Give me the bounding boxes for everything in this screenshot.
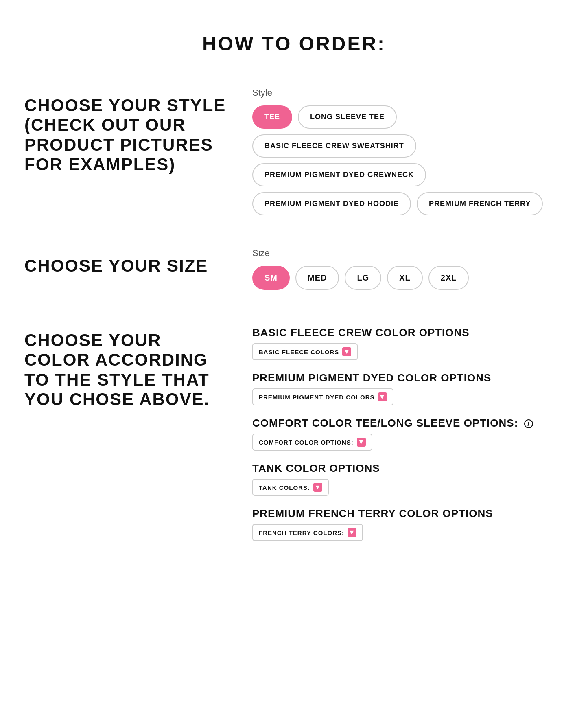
color-group-comfort-color: COMFORT COLOR TEE/LONG SLEEVE OPTIONS: i… [252, 417, 564, 451]
size-right-content: Size SM MED LG XL 2XL [252, 248, 564, 290]
size-options-group: SM MED LG XL 2XL [252, 266, 564, 290]
color-group-premium-pigment-dyed-title: PREMIUM PIGMENT DYED COLOR OPTIONS [252, 372, 564, 384]
size-btn-lg[interactable]: LG [345, 266, 381, 290]
style-btn-basic-fleece-crew-sweatshirt[interactable]: BASIC FLEECE CREW SWEATSHIRT [252, 134, 416, 158]
premium-pigment-dyed-dropdown-icon: ▼ [378, 392, 387, 401]
tank-dropdown-icon: ▼ [313, 483, 322, 492]
page-title: HOW TO ORDER: [24, 33, 564, 55]
style-btn-long-sleeve-tee[interactable]: LONG SLEEVE TEE [298, 105, 397, 129]
tank-colors-label: TANK COLORS: [259, 484, 310, 491]
basic-fleece-dropdown-icon: ▼ [342, 347, 351, 356]
style-right-content: Style TEE LONG SLEEVE TEE BASIC FLEECE C… [252, 88, 564, 215]
size-section: CHOOSE YOUR SIZE Size SM MED LG XL 2XL [24, 248, 564, 290]
comfort-color-options-label: COMFORT COLOR OPTIONS: [259, 439, 354, 446]
color-group-comfort-color-title: COMFORT COLOR TEE/LONG SLEEVE OPTIONS: i [252, 417, 564, 430]
style-btn-premium-pigment-dyed-hoodie[interactable]: PREMIUM PIGMENT DYED HOODIE [252, 192, 411, 215]
color-group-french-terry: PREMIUM FRENCH TERRY COLOR OPTIONS FRENC… [252, 507, 564, 541]
color-group-french-terry-title: PREMIUM FRENCH TERRY COLOR OPTIONS [252, 507, 564, 520]
color-section: CHOOSE YOUR COLOR ACCORDING TO THE STYLE… [24, 322, 564, 552]
size-btn-2xl[interactable]: 2XL [428, 266, 469, 290]
style-section-label: Style [252, 88, 564, 98]
color-left-label: CHOOSE YOUR COLOR ACCORDING TO THE STYLE… [24, 322, 228, 409]
premium-pigment-dyed-colors-dropdown[interactable]: PREMIUM PIGMENT DYED COLORS ▼ [252, 388, 393, 405]
comfort-color-info-icon: i [524, 419, 533, 428]
comfort-color-dropdown-icon: ▼ [357, 438, 366, 447]
premium-pigment-dyed-colors-label: PREMIUM PIGMENT DYED COLORS [259, 394, 375, 401]
color-group-tank-title: TANK COLOR OPTIONS [252, 462, 564, 475]
size-btn-xl[interactable]: XL [387, 266, 423, 290]
tank-colors-dropdown[interactable]: TANK COLORS: ▼ [252, 479, 329, 496]
color-options-container: BASIC FLEECE CREW COLOR OPTIONS BASIC FL… [252, 322, 564, 552]
color-group-basic-fleece-crew-title: BASIC FLEECE CREW COLOR OPTIONS [252, 327, 564, 339]
size-left-label: CHOOSE YOUR SIZE [24, 248, 228, 276]
comfort-color-options-dropdown[interactable]: COMFORT COLOR OPTIONS: ▼ [252, 434, 372, 451]
style-btn-tee[interactable]: TEE [252, 105, 292, 129]
basic-fleece-colors-dropdown[interactable]: BASIC FLEECE COLORS ▼ [252, 343, 358, 360]
french-terry-colors-label: FRENCH TERRY COLORS: [259, 529, 344, 536]
color-label-text: CHOOSE YOUR COLOR ACCORDING TO THE STYLE… [24, 331, 228, 409]
style-section: CHOOSE YOUR STYLE (CHECK OUT OUR PRODUCT… [24, 88, 564, 215]
color-group-premium-pigment-dyed: PREMIUM PIGMENT DYED COLOR OPTIONS PREMI… [252, 372, 564, 405]
color-group-basic-fleece-crew: BASIC FLEECE CREW COLOR OPTIONS BASIC FL… [252, 327, 564, 360]
size-section-label: Size [252, 248, 564, 259]
size-btn-med[interactable]: MED [295, 266, 339, 290]
size-btn-sm[interactable]: SM [252, 266, 290, 290]
style-left-label: CHOOSE YOUR STYLE (CHECK OUT OUR PRODUCT… [24, 88, 228, 174]
style-btn-premium-french-terry[interactable]: PREMIUM FRENCH TERRY [417, 192, 543, 215]
style-btn-premium-pigment-dyed-crewneck[interactable]: PREMIUM PIGMENT DYED CREWNECK [252, 163, 426, 186]
color-group-tank: TANK COLOR OPTIONS TANK COLORS: ▼ [252, 462, 564, 496]
style-label-text: CHOOSE YOUR STYLE (CHECK OUT OUR PRODUCT… [24, 96, 228, 174]
style-options-group: TEE LONG SLEEVE TEE BASIC FLEECE CREW SW… [252, 105, 564, 215]
french-terry-dropdown-icon: ▼ [348, 528, 356, 537]
basic-fleece-colors-label: BASIC FLEECE COLORS [259, 348, 339, 355]
page-wrapper: HOW TO ORDER: CHOOSE YOUR STYLE (CHECK O… [0, 0, 588, 618]
french-terry-colors-dropdown[interactable]: FRENCH TERRY COLORS: ▼ [252, 524, 363, 541]
size-label-text: CHOOSE YOUR SIZE [24, 256, 228, 276]
